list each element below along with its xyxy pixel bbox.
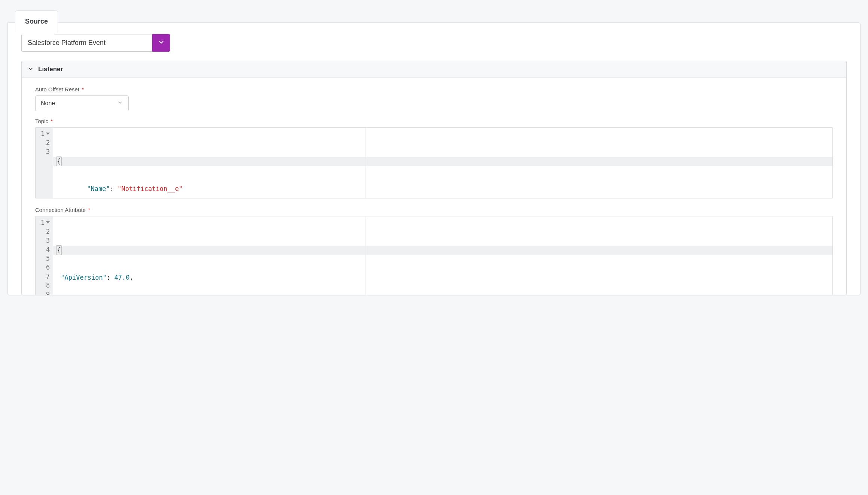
listener-section-header[interactable]: Listener xyxy=(22,61,846,78)
listener-section: Listener Auto Offset Reset * None xyxy=(21,61,847,295)
fold-icon[interactable] xyxy=(46,221,50,224)
topic-gutter: 1 2 3 xyxy=(36,128,53,198)
auto-offset-reset-value: None xyxy=(41,100,55,107)
connection-attribute-label: Connection Attribute * xyxy=(35,207,833,213)
fold-icon[interactable] xyxy=(46,133,50,135)
tab-cover xyxy=(15,33,54,34)
tab-source-label: Source xyxy=(25,18,48,25)
source-type-selector: Salesforce Platform Event xyxy=(21,34,847,52)
required-marker: * xyxy=(88,207,90,213)
auto-offset-reset-dropdown[interactable]: None xyxy=(35,95,129,111)
listener-section-title: Listener xyxy=(38,66,63,73)
topic-label: Topic * xyxy=(35,118,833,124)
required-marker: * xyxy=(82,86,84,92)
chevron-down-icon xyxy=(117,100,123,107)
tab-source[interactable]: Source xyxy=(15,10,58,32)
chevron-down-icon xyxy=(28,66,34,73)
conn-code-content[interactable]: { "ApiVersion": 47.0, "GrantType": "pass… xyxy=(53,216,832,295)
code-ruler xyxy=(366,216,366,295)
listener-section-body: Auto Offset Reset * None Topic * xyxy=(22,78,846,295)
topic-code-editor[interactable]: 1 2 3 { "Name": "Notification__e" } xyxy=(35,127,833,198)
required-marker: * xyxy=(51,118,53,124)
chevron-down-icon xyxy=(158,39,165,47)
auto-offset-reset-label: Auto Offset Reset * xyxy=(35,86,833,92)
topic-code-content[interactable]: { "Name": "Notification__e" } xyxy=(53,128,832,198)
source-panel: Salesforce Platform Event Listener xyxy=(7,22,861,295)
source-type-dropdown-button[interactable] xyxy=(152,34,170,52)
conn-gutter: 1 2 3 4 5 6 7 8 9 xyxy=(36,216,53,295)
source-type-value[interactable]: Salesforce Platform Event xyxy=(21,34,152,52)
connection-attribute-code-editor[interactable]: 1 2 3 4 5 6 7 8 9 { xyxy=(35,216,833,295)
